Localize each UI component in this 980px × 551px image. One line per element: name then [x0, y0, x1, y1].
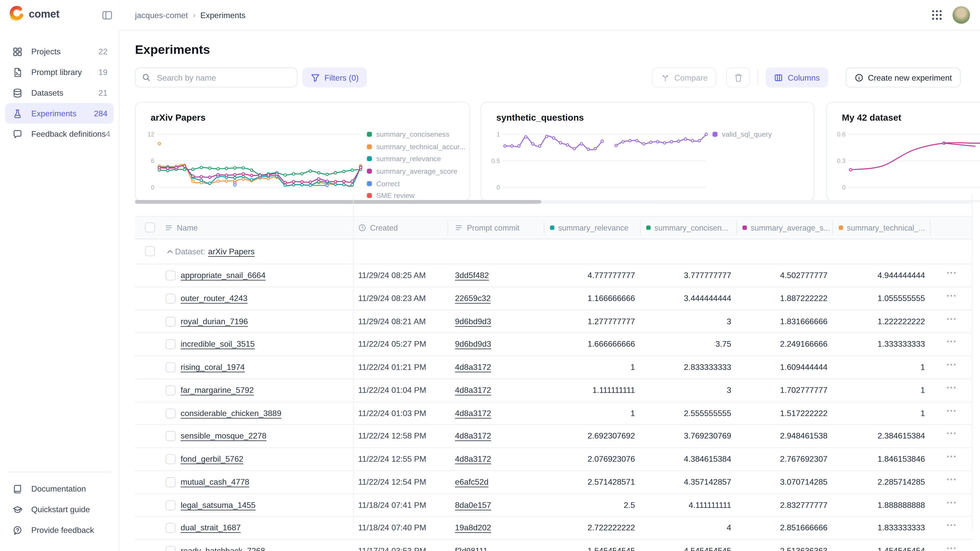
- experiment-name-link[interactable]: legal_satsuma_1455: [181, 500, 256, 510]
- dataset-card-arxiv-papers: arXiv Papers 0612 summary_concisenesssum…: [135, 102, 470, 201]
- column-header-name[interactable]: Name: [165, 217, 198, 239]
- group-label: Dataset:: [175, 247, 205, 256]
- experiment-name-link[interactable]: mutual_cash_4778: [181, 477, 249, 486]
- experiment-name-link[interactable]: ready_hatchback_7268: [181, 546, 265, 551]
- row-menu-button[interactable]: •••: [941, 453, 963, 460]
- column-header-summary-conciseness[interactable]: summary_concisen...: [646, 217, 728, 239]
- row-checkbox[interactable]: [165, 316, 176, 326]
- row-checkbox[interactable]: [165, 431, 176, 441]
- group-checkbox[interactable]: [145, 246, 155, 256]
- row-checkbox[interactable]: [165, 270, 176, 280]
- row-menu-button[interactable]: •••: [941, 338, 963, 345]
- prompt-commit-link[interactable]: 4d8a3172: [455, 362, 491, 372]
- prompt-commit-link[interactable]: f2d98111: [455, 546, 488, 551]
- legend-label: summary_conciseness: [376, 130, 449, 138]
- legend-dot: [367, 181, 372, 186]
- row-checkbox[interactable]: [165, 293, 176, 303]
- prompt-commit-link[interactable]: 9d6bd9d3: [455, 339, 491, 349]
- row-checkbox[interactable]: [165, 339, 176, 349]
- breadcrumb-workspace[interactable]: jacques-comet: [135, 10, 188, 20]
- sidebar-item-label: Quickstart guide: [31, 505, 107, 514]
- prompt-commit-link[interactable]: e6afc52d: [455, 477, 488, 486]
- filters-button[interactable]: Filters (0): [302, 67, 367, 87]
- row-menu-button[interactable]: •••: [941, 269, 963, 276]
- row-menu-button[interactable]: •••: [941, 430, 963, 437]
- column-header-summary-average-score[interactable]: summary_average_s...: [742, 217, 830, 239]
- legend-item[interactable]: summary_technical_accur...: [367, 140, 466, 152]
- column-header-prompt-commit[interactable]: Prompt commit: [455, 217, 519, 239]
- row-menu-button[interactable]: •••: [941, 384, 963, 391]
- experiment-name-link[interactable]: far_margarine_5792: [181, 385, 254, 395]
- prompt-commit-link[interactable]: 9d6bd9d3: [455, 316, 491, 326]
- metric-cell-summary-conciseness: 4.545454545: [640, 546, 732, 551]
- prompt-commit-link[interactable]: 8da0e157: [455, 500, 491, 510]
- legend-item[interactable]: summary_relevance: [367, 152, 466, 165]
- sidebar-item-datasets[interactable]: Datasets 21: [5, 83, 114, 103]
- prompt-commit-link[interactable]: 19a8d202: [455, 523, 491, 532]
- select-all-checkbox[interactable]: [145, 222, 155, 232]
- sidebar-collapse-icon[interactable]: [102, 10, 113, 21]
- row-checkbox[interactable]: [165, 523, 176, 533]
- compare-button[interactable]: Compare: [652, 67, 716, 87]
- row-menu-button[interactable]: •••: [941, 476, 963, 483]
- experiment-name-link[interactable]: rising_coral_1974: [181, 362, 245, 372]
- experiment-name-link[interactable]: fond_gerbil_5762: [181, 454, 243, 464]
- row-checkbox[interactable]: [165, 500, 176, 510]
- sidebar-item-projects[interactable]: Projects 22: [5, 41, 114, 62]
- delete-button[interactable]: [726, 67, 750, 87]
- experiment-name-link[interactable]: dual_strait_1687: [181, 523, 241, 532]
- row-checkbox[interactable]: [165, 362, 176, 372]
- sidebar: comet Projects 22: [0, 0, 119, 551]
- cards-scrollbar-thumb[interactable]: [135, 200, 541, 204]
- row-menu-button[interactable]: •••: [941, 545, 963, 551]
- prompt-commit-link[interactable]: 4d8a3172: [455, 385, 491, 395]
- experiment-name-link[interactable]: considerable_chicken_3889: [181, 408, 282, 418]
- sidebar-item-feedback-definitions[interactable]: Feedback definitions 4: [5, 124, 114, 144]
- column-header-summary-technical-accuracy[interactable]: summary_technical_...: [839, 217, 925, 239]
- row-menu-button[interactable]: •••: [941, 499, 963, 506]
- sidebar-item-prompt-library[interactable]: Prompt library 19: [5, 62, 114, 83]
- row-menu-button[interactable]: •••: [941, 522, 963, 529]
- row-checkbox[interactable]: [165, 477, 176, 487]
- create-new-experiment-button[interactable]: Create new experiment: [845, 67, 961, 87]
- apps-grid-icon[interactable]: [931, 10, 942, 21]
- chevron-up-icon[interactable]: [166, 248, 173, 256]
- sidebar-item-documentation[interactable]: Documentation: [5, 478, 114, 499]
- chat-bubble-icon: [13, 129, 22, 139]
- legend-item[interactable]: valid_sql_query: [713, 128, 772, 140]
- row-menu-button[interactable]: •••: [941, 407, 963, 414]
- prompt-commit-link[interactable]: 4d8a3172: [455, 454, 491, 464]
- row-checkbox[interactable]: [165, 385, 176, 395]
- toolbar-divider: [758, 70, 758, 85]
- column-header-summary-relevance[interactable]: summary_relevance: [550, 217, 628, 239]
- row-checkbox[interactable]: [165, 408, 176, 418]
- experiment-name-link[interactable]: sensible_mosque_2278: [181, 431, 266, 441]
- sidebar-item-provide-feedback[interactable]: Provide feedback: [5, 520, 114, 540]
- experiment-name-link[interactable]: outer_router_4243: [181, 293, 248, 303]
- avatar[interactable]: [953, 6, 970, 24]
- column-header-created[interactable]: Created: [358, 217, 398, 239]
- sidebar-item-quickstart-guide[interactable]: Quickstart guide: [5, 499, 114, 520]
- columns-button[interactable]: Columns: [766, 67, 828, 87]
- row-checkbox[interactable]: [165, 546, 176, 551]
- comet-logo[interactable]: comet: [8, 6, 59, 22]
- info-circle-icon: [854, 73, 864, 82]
- prompt-commit-link[interactable]: 3dd5f482: [455, 270, 489, 280]
- prompt-commit-link[interactable]: 4d8a3172: [455, 431, 491, 441]
- prompt-commit-link[interactable]: 22659c32: [455, 293, 491, 303]
- dataset-link[interactable]: arXiv Papers: [208, 247, 255, 256]
- row-menu-button[interactable]: •••: [941, 315, 963, 322]
- sidebar-item-experiments[interactable]: Experiments 284: [5, 103, 114, 124]
- experiment-name-link[interactable]: royal_durian_7196: [181, 316, 248, 326]
- row-checkbox[interactable]: [165, 454, 176, 464]
- experiment-name-link[interactable]: appropriate_snail_6664: [181, 270, 266, 280]
- experiment-name-link[interactable]: incredible_soil_3515: [181, 339, 255, 349]
- legend-item[interactable]: SME review: [367, 189, 466, 201]
- prompt-commit-link[interactable]: 4d8a3172: [455, 408, 491, 418]
- legend-item[interactable]: summary_average_score: [367, 165, 466, 177]
- row-menu-button[interactable]: •••: [941, 361, 963, 368]
- legend-item[interactable]: Correct: [367, 177, 466, 189]
- search-input[interactable]: [156, 72, 291, 83]
- row-menu-button[interactable]: •••: [941, 292, 963, 299]
- legend-item[interactable]: summary_conciseness: [367, 128, 466, 140]
